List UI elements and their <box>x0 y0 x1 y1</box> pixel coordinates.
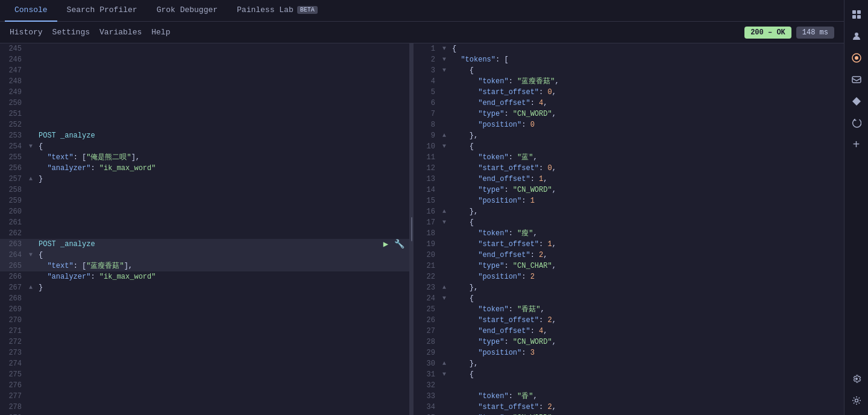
table-row: 263 POST _analyze ▶ 🔧 <box>0 239 409 250</box>
table-row: 30 ▲ }, <box>414 358 844 369</box>
table-row: 246 <box>0 54 409 65</box>
svg-rect-3 <box>857 15 861 19</box>
table-row: 16 ▲ }, <box>414 206 844 217</box>
table-row: 26 "start_offset": 2, <box>414 315 844 326</box>
table-row: 273 <box>0 347 409 358</box>
tab-console[interactable]: Console <box>5 0 57 22</box>
table-row: 24 ▼ { <box>414 293 844 304</box>
table-row: 11 "token": "蓝", <box>414 152 844 163</box>
table-row: 18 "token": "瘦", <box>414 228 844 239</box>
table-row: 4 "token": "蓝瘦香菇", <box>414 76 844 87</box>
table-row: 275 <box>0 369 409 380</box>
table-row: 274 <box>0 358 409 369</box>
table-row: 258 <box>0 185 409 195</box>
table-row: 28 "type": "CN_WORD", <box>414 337 844 347</box>
left-pane: 245 246 247 248 <box>0 43 410 415</box>
tab-painless-lab[interactable]: Painless Lab BETA <box>227 0 327 22</box>
svg-point-8 <box>855 399 858 402</box>
table-row: 264 ▼ { <box>0 250 409 261</box>
refresh-icon[interactable] <box>847 113 866 133</box>
table-row: 249 <box>0 87 409 98</box>
table-row: 2 ▼ "tokens": [ <box>414 54 844 65</box>
status-badge: 200 – OK <box>744 27 791 39</box>
table-row: 31 ▼ { <box>414 369 844 380</box>
table-row: 272 <box>0 337 409 347</box>
table-row: 19 "start_offset": 1, <box>414 239 844 250</box>
table-row: 256 "analyzer": "ik_max_word" <box>0 163 409 174</box>
table-row: 279 <box>0 413 409 415</box>
time-badge: 148 ms <box>796 27 834 39</box>
table-row: 13 "end_offset": 1, <box>414 174 844 185</box>
table-row: 245 <box>0 43 409 54</box>
svg-rect-2 <box>852 15 856 19</box>
toolbar-variables[interactable]: Variables <box>99 25 142 39</box>
table-row: 32 <box>414 380 844 391</box>
table-row: 267 ▲ } <box>0 282 409 293</box>
circle-dot-icon[interactable] <box>847 48 866 68</box>
table-row: 14 "type": "CN_WORD", <box>414 185 844 195</box>
tab-grok-debugger[interactable]: Grok Debugger <box>147 0 227 22</box>
user-icon[interactable] <box>847 27 866 46</box>
toolbar-settings[interactable]: Settings <box>52 25 90 39</box>
table-row: 25 "token": "香菇", <box>414 304 844 315</box>
table-row: 6 "end_offset": 4, <box>414 98 844 109</box>
table-row: 251 <box>0 109 409 119</box>
table-row: 268 <box>0 293 409 304</box>
toolbar-right: 200 – OK 148 ms <box>744 27 834 39</box>
table-row: 23 ▲ }, <box>414 282 844 293</box>
table-row: 262 <box>0 228 409 239</box>
table-row: 277 <box>0 391 409 402</box>
table-row: 22 "position": 2 <box>414 271 844 282</box>
table-row: 278 <box>0 402 409 413</box>
table-row: 17 ▼ { <box>414 217 844 228</box>
secondary-toolbar: History Settings Variables Help 200 – OK… <box>0 22 844 43</box>
svg-rect-0 <box>852 10 856 14</box>
editor-area: 245 246 247 248 <box>0 43 844 415</box>
svg-rect-1 <box>857 10 861 14</box>
beta-badge: BETA <box>297 6 318 14</box>
table-row: 248 <box>0 76 409 87</box>
table-row: 29 "position": 3 <box>414 347 844 358</box>
table-row: 261 <box>0 217 409 228</box>
plus-icon[interactable]: + <box>847 135 866 154</box>
toolbar-help[interactable]: Help <box>151 25 170 39</box>
table-row: 12 "start_offset": 0, <box>414 163 844 174</box>
tab-search-profiler[interactable]: Search Profiler <box>57 0 147 22</box>
table-row: 266 "analyzer": "ik_max_word" <box>0 271 409 282</box>
code-editor[interactable]: 245 246 247 248 <box>0 43 409 415</box>
diamond-icon[interactable] <box>847 92 866 111</box>
gear-bottom-icon[interactable] <box>847 391 866 410</box>
output-editor[interactable]: 1 ▼ { 2 ▼ "tokens": [ 3 ▼ { 4 <box>414 43 844 415</box>
table-row: 253 POST _analyze <box>0 130 409 141</box>
table-row: 255 "text": ["俺是熊二呗"], <box>0 152 409 163</box>
table-row: 270 <box>0 315 409 326</box>
table-row: 250 <box>0 98 409 109</box>
right-sidebar: + <box>844 0 868 415</box>
run-button[interactable]: ▶ <box>380 239 391 250</box>
settings-icon[interactable] <box>847 369 866 388</box>
divider-handle <box>411 217 412 241</box>
wrench-button[interactable]: 🔧 <box>394 239 404 250</box>
svg-point-4 <box>855 33 858 36</box>
table-row: 259 <box>0 195 409 206</box>
outlook-icon[interactable] <box>847 70 866 89</box>
table-row: 15 "position": 1 <box>414 195 844 206</box>
table-row: 5 "start_offset": 0, <box>414 87 844 98</box>
table-row: 8 "position": 0 <box>414 119 844 130</box>
table-row: 20 "end_offset": 2, <box>414 250 844 261</box>
table-row: 21 "type": "CN_CHAR", <box>414 261 844 271</box>
toolbar-history[interactable]: History <box>10 25 43 39</box>
grid-icon[interactable] <box>847 5 866 24</box>
table-row: 3 ▼ { <box>414 65 844 76</box>
table-row: 27 "end_offset": 4, <box>414 326 844 337</box>
table-row: 252 <box>0 119 409 130</box>
table-row: 35 "type": "CN_WORD", <box>414 413 844 415</box>
table-row: 34 "start_offset": 2, <box>414 402 844 413</box>
table-row: 257 ▲ } <box>0 174 409 185</box>
table-row: 276 <box>0 380 409 391</box>
table-row: 9 ▲ }, <box>414 130 844 141</box>
table-row: 265 "text": ["蓝瘦香菇"], <box>0 261 409 271</box>
table-row: 269 <box>0 304 409 315</box>
toolbar-left: History Settings Variables Help <box>10 25 170 39</box>
table-row: 271 <box>0 326 409 337</box>
